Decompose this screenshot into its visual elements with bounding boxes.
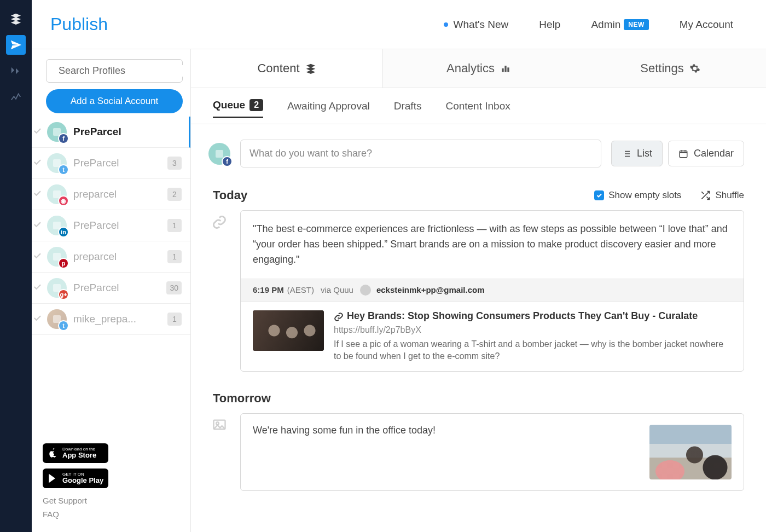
shuffle-button[interactable]: Shuffle: [700, 190, 744, 201]
search-profiles-field[interactable]: [46, 59, 183, 83]
add-account-button[interactable]: Add a Social Account: [46, 89, 183, 113]
calendar-view-button[interactable]: Calendar: [668, 141, 744, 166]
profile-count-badge: 30: [166, 281, 182, 294]
tab-analytics[interactable]: Analytics: [382, 49, 574, 88]
profile-row-facebook-0[interactable]: fPreParcel: [32, 117, 190, 148]
check-icon: [32, 282, 45, 294]
link-thumbnail: [253, 310, 324, 351]
googleplus-badge-icon: g+: [58, 289, 69, 300]
whatsnew-link[interactable]: What's New: [444, 19, 509, 31]
whatsnew-label: What's New: [454, 19, 509, 31]
tomorrow-heading: Tomorrow: [213, 391, 271, 406]
appstore-button[interactable]: Download on the App Store: [43, 443, 108, 463]
check-icon: [32, 251, 45, 263]
tomorrow-post: We're having some fun in the office toda…: [191, 413, 766, 505]
post-card[interactable]: "The best e-commerce experiences are fri…: [240, 210, 744, 372]
profile-row-twitter-1[interactable]: tPreParcel3: [32, 148, 190, 179]
playstore-big: Google Play: [62, 477, 103, 484]
help-label: Help: [539, 19, 560, 31]
profile-count-badge: 1: [167, 219, 182, 232]
list-label: List: [637, 148, 652, 159]
profile-avatar: g+: [47, 278, 67, 298]
faq-link[interactable]: FAQ: [43, 507, 179, 521]
check-icon: [32, 313, 45, 325]
composer-row: f What do you want to share? List Calend…: [191, 124, 766, 183]
profile-count-badge: 1: [167, 313, 182, 326]
empty-slots-label: Show empty slots: [608, 190, 681, 201]
svg-rect-4: [680, 151, 687, 157]
svg-point-6: [216, 423, 219, 425]
tab-content[interactable]: Content: [191, 49, 382, 88]
profile-name: preparcel: [73, 188, 167, 200]
profile-name: PreParcel: [73, 126, 183, 138]
tab-settings-label: Settings: [640, 61, 684, 76]
post-tz: (AEST): [287, 285, 314, 294]
whatsnew-dot-icon: [444, 22, 448, 27]
get-support-link[interactable]: Get Support: [43, 494, 179, 507]
layers-icon: [305, 63, 316, 74]
post-meta: 6:19 PM (AEST) via Quuu ecksteinmk+pp@gm…: [241, 279, 744, 302]
admin-new-badge: NEW: [624, 19, 649, 30]
link-url: https://buff.ly/2p7bByX: [334, 325, 732, 335]
profile-row-linkedin-3[interactable]: inPreParcel1: [32, 210, 190, 241]
pinterest-badge-icon: p: [58, 258, 69, 269]
logo-icon[interactable]: [6, 9, 26, 28]
subtab-queue-label: Queue: [213, 99, 245, 111]
twitter-badge-icon: t: [58, 164, 69, 175]
subtab-awaiting[interactable]: Awaiting Approval: [287, 100, 370, 118]
link-title-row: Hey Brands: Stop Showing Consumers Produ…: [334, 310, 732, 322]
profile-avatar: ◉: [47, 184, 67, 204]
profile-avatar: in: [47, 216, 67, 235]
bar-chart-icon: [500, 63, 511, 74]
check-icon: [32, 157, 45, 169]
profile-row-twitter-6[interactable]: tmike_prepa...1: [32, 304, 190, 335]
composer-placeholder: What do you want to share?: [249, 148, 372, 159]
account-link[interactable]: My Account: [680, 19, 733, 31]
subtab-drafts[interactable]: Drafts: [394, 100, 422, 118]
facebook-badge-icon: f: [222, 156, 233, 167]
profile-name: PreParcel: [73, 157, 167, 169]
profile-count-badge: 3: [167, 157, 182, 170]
profile-row-instagram-2[interactable]: ◉preparcel2: [32, 179, 190, 210]
post-card[interactable]: We're having some fun in the office toda…: [240, 413, 744, 491]
composer-input[interactable]: What do you want to share?: [240, 140, 601, 167]
post2-text: We're having some fun in the office toda…: [253, 425, 436, 436]
post2-image: [649, 425, 732, 479]
link-title: Hey Brands: Stop Showing Consumers Produ…: [347, 310, 698, 322]
subtab-inbox[interactable]: Content Inbox: [445, 100, 510, 118]
profile-name: mike_prepa...: [73, 313, 167, 325]
play-icon: [47, 473, 58, 484]
admin-link[interactable]: Admin NEW: [591, 19, 648, 31]
check-icon: [32, 188, 45, 200]
sidebar: Add a Social Account fPreParceltPreParce…: [32, 49, 190, 532]
profile-name: PreParcel: [73, 219, 167, 232]
help-link[interactable]: Help: [539, 19, 560, 31]
profile-name: PreParcel: [73, 282, 166, 294]
empty-slots-toggle[interactable]: Show empty slots: [594, 190, 681, 201]
search-input[interactable]: [59, 65, 185, 77]
maintabs: Content Analytics Settings: [191, 49, 766, 88]
subtabs: Queue 2 Awaiting Approval Drafts Content…: [191, 88, 766, 124]
check-icon: [32, 126, 45, 138]
publish-nav-icon[interactable]: [6, 35, 26, 55]
profile-row-googleplus-5[interactable]: g+PreParcel30: [32, 273, 190, 304]
tomorrow-heading-row: Tomorrow: [191, 386, 766, 413]
list-icon: [622, 149, 631, 159]
app-iconrail: [0, 0, 32, 532]
playstore-button[interactable]: GET IT ON Google Play: [43, 469, 108, 488]
image-type-icon: [208, 413, 230, 491]
link-preview: Hey Brands: Stop Showing Consumers Produ…: [241, 302, 744, 372]
profile-avatar: p: [47, 247, 67, 267]
tab-settings[interactable]: Settings: [574, 49, 766, 88]
analyze-nav-icon[interactable]: [6, 88, 26, 107]
list-view-button[interactable]: List: [611, 141, 663, 166]
apple-icon: [47, 448, 58, 459]
subtab-queue[interactable]: Queue 2: [213, 99, 263, 118]
svg-rect-1: [502, 68, 503, 72]
profile-row-pinterest-4[interactable]: ppreparcel1: [32, 241, 190, 273]
link-type-icon: [208, 210, 230, 372]
reply-nav-icon[interactable]: [6, 61, 26, 81]
linkedin-badge-icon: in: [58, 227, 69, 238]
calendar-label: Calendar: [694, 148, 734, 159]
post-via: via Quuu: [321, 285, 353, 294]
